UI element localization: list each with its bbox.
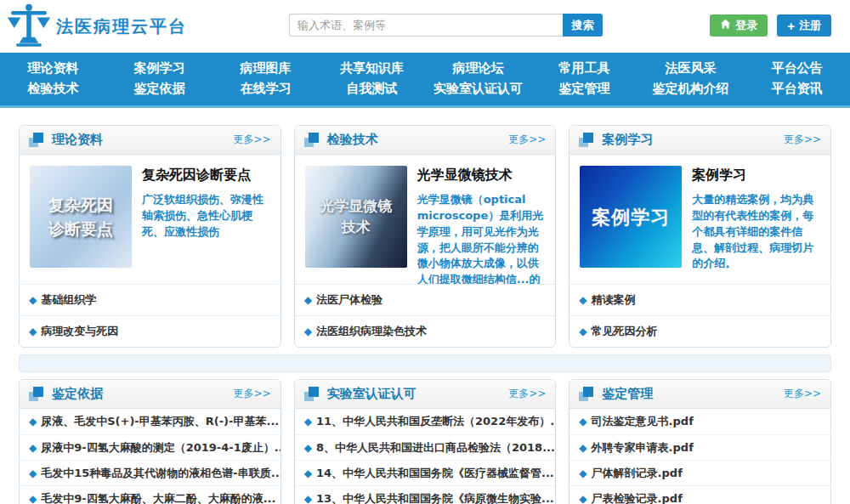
nav-item-exam-tech[interactable]: 检验技术 (0, 79, 106, 99)
home-icon (720, 19, 731, 32)
nav-item-theory[interactable]: 理论资料 (0, 59, 106, 78)
brand[interactable]: 法医病理云平台 (7, 3, 187, 49)
overlapping-squares-icon (304, 133, 320, 148)
more-link[interactable]: 更多>> (508, 387, 546, 401)
nav-item-tools[interactable]: 常用工具 (531, 59, 638, 78)
list-item[interactable]: ◆ 精读案例 (570, 284, 830, 315)
diamond-bullet-icon: ◆ (304, 493, 312, 504)
card-header: 理论资料 更多>> (20, 126, 280, 155)
register-label: 注册 (799, 18, 821, 33)
login-button[interactable]: 登录 (710, 14, 768, 37)
card-header: 检验技术 更多>> (295, 126, 556, 155)
featured-article[interactable]: 案例学习 案例学习 大量的精选案例，均为典型的有代表性的案例，每个都具有详细的案… (570, 155, 830, 284)
feature-text: 复杂死因诊断要点 广泛软组织损伤、弥漫性轴索损伤、急性心肌梗死、应激性损伤 (142, 166, 270, 284)
nav-item-platform-news[interactable]: 平台资讯 (744, 79, 850, 99)
nav-item-shared-knowledge[interactable]: 共享知识库 (319, 59, 425, 78)
nav-item-case-study[interactable]: 案例学习 (106, 59, 212, 78)
feature-description: 广泛软组织损伤、弥漫性轴索损伤、急性心肌梗死、应激性损伤 (142, 192, 270, 241)
more-link[interactable]: 更多>> (508, 133, 546, 147)
card-title: 理论资料 (52, 132, 103, 148)
list-item[interactable]: ◆ 法医组织病理染色技术 (295, 315, 556, 347)
diamond-bullet-icon: ◆ (304, 442, 312, 454)
list-item[interactable]: ◆ 常见死因分析 (570, 315, 830, 347)
list-item[interactable]: ◆ 11、中华人民共和国反垄断法（2022年发布）... (295, 409, 556, 434)
nav-item-forum[interactable]: 病理论坛 (425, 59, 531, 78)
card-appraisal-mgmt: 鉴定管理 更多>> ◆ 司法鉴定意见书.pdf ◆ 外聘专家申请表.pdf ◆ … (569, 379, 831, 504)
feature-heading[interactable]: 光学显微镜技术 (417, 167, 546, 184)
register-button[interactable]: + 注册 (777, 14, 831, 37)
nav-item-appraisal-mgmt[interactable]: 鉴定管理 (531, 79, 638, 99)
overlapping-squares-icon (579, 387, 594, 402)
featured-article[interactable]: 复杂死因 诊断要点 复杂死因诊断要点 广泛软组织损伤、弥漫性轴索损伤、急性心肌梗… (20, 155, 280, 284)
search-button[interactable]: 搜索 (563, 14, 603, 37)
list-item[interactable]: ◆ 14、中华人民共和国国务院《医疗器械监督管... (295, 460, 556, 485)
feature-heading[interactable]: 复杂死因诊断要点 (142, 167, 270, 184)
nav-item-announcements[interactable]: 平台公告 (744, 59, 850, 78)
card-exam-tech: 检验技术 更多>> 光学显微镜 技术 光学显微镜技术 光学显微镜（optical… (294, 125, 557, 348)
diamond-bullet-icon: ◆ (579, 416, 586, 428)
nav-item-appraisal-basis[interactable]: 鉴定依据 (106, 79, 212, 99)
card-case-study: 案例学习 更多>> 案例学习 案例学习 大量的精选案例，均为典型的有代表性的案例… (569, 125, 831, 348)
scales-of-justice-icon (7, 3, 51, 49)
nav-item-pathology-gallery[interactable]: 病理图库 (212, 59, 319, 78)
card-header: 鉴定管理 更多>> (570, 380, 830, 409)
diamond-bullet-icon: ◆ (304, 294, 312, 306)
list-item[interactable]: ◆ 尿液中9-四氢大麻酸的测定（2019-4-1废止）... (20, 434, 280, 460)
main-nav: 理论资料 案例学习 病理图库 共享知识库 病理论坛 常用工具 法医风采 平台公告… (0, 53, 850, 108)
card-header: 鉴定依据 更多>> (20, 380, 280, 409)
feature-heading[interactable]: 案例学习 (692, 167, 820, 184)
list-item[interactable]: ◆ 尸表检验记录.pdf (570, 485, 830, 504)
card-lab-accreditation: 实验室认证认可 更多>> ◆ 11、中华人民共和国反垄断法（2022年发布）..… (294, 379, 557, 504)
search-input[interactable] (289, 14, 563, 37)
auth-buttons: 登录 + 注册 (710, 14, 831, 37)
more-link[interactable]: 更多>> (234, 133, 271, 147)
card-header: 案例学习 更多>> (570, 126, 830, 155)
diamond-bullet-icon: ◆ (579, 294, 586, 306)
nav-item-agency-intro[interactable]: 鉴定机构介绍 (638, 79, 744, 99)
list-item[interactable]: ◆ 尸体解剖记录.pdf (570, 460, 830, 485)
featured-article[interactable]: 光学显微镜 技术 光学显微镜技术 光学显微镜（optical microscop… (295, 155, 556, 284)
feature-description: 大量的精选案例，均为典型的有代表性的案例，每个都具有详细的案件信息、解剖过程、病… (692, 192, 820, 272)
main-content: 理论资料 更多>> 复杂死因 诊断要点 复杂死因诊断要点 广泛软组织损伤、弥漫性… (0, 108, 850, 504)
card-title: 鉴定管理 (602, 386, 653, 402)
overlapping-squares-icon (304, 387, 320, 402)
diamond-bullet-icon: ◆ (304, 326, 312, 337)
list-item[interactable]: ◆ 司法鉴定意见书.pdf (570, 409, 830, 434)
list-item[interactable]: ◆ 毛发中9-四氢大麻酚、大麻二酚、大麻酚的液... (20, 485, 280, 504)
list-item[interactable]: ◆ 毛发中15种毒品及其代谢物的液相色谱-串联质... (20, 460, 280, 485)
list-item[interactable]: ◆ 病理改变与死因 (20, 315, 280, 347)
diamond-bullet-icon: ◆ (29, 442, 37, 454)
nav-item-self-test[interactable]: 自我测试 (319, 79, 425, 99)
list-item[interactable]: ◆ 8、中华人民共和国进出口商品检验法（2018... (295, 434, 556, 460)
more-link[interactable]: 更多>> (234, 387, 271, 401)
list-item[interactable]: ◆ 基础组织学 (20, 284, 280, 315)
card-header: 实验室认证认可 更多>> (295, 380, 556, 409)
card-theory: 理论资料 更多>> 复杂死因 诊断要点 复杂死因诊断要点 广泛软组织损伤、弥漫性… (19, 125, 281, 348)
feature-text: 案例学习 大量的精选案例，均为典型的有代表性的案例，每个都具有详细的案件信息、解… (692, 166, 820, 284)
diamond-bullet-icon: ◆ (29, 467, 37, 479)
list-item[interactable]: ◆ 法医尸体检验 (295, 284, 556, 315)
feature-image: 复杂死因 诊断要点 (30, 166, 132, 268)
list-item[interactable]: ◆ 13、中华人民共和国国务院《病原微生物实验... (295, 485, 556, 504)
section-divider (19, 354, 831, 372)
cards-row-1: 理论资料 更多>> 复杂死因 诊断要点 复杂死因诊断要点 广泛软组织损伤、弥漫性… (19, 125, 831, 348)
site-header: 法医病理云平台 搜索 登录 + 注册 (0, 0, 850, 53)
diamond-bullet-icon: ◆ (579, 442, 586, 454)
plus-icon: + (787, 20, 795, 32)
card-appraisal-basis: 鉴定依据 更多>> ◆ 尿液、毛发中S(+)-甲基苯丙胺、R(-)-甲基苯...… (19, 379, 281, 504)
nav-item-lab-accreditation[interactable]: 实验室认证认可 (425, 79, 531, 99)
feature-image: 光学显微镜 技术 (305, 166, 407, 268)
more-link[interactable]: 更多>> (784, 133, 821, 147)
card-title: 鉴定依据 (52, 386, 103, 402)
nav-item-forensic-style[interactable]: 法医风采 (638, 59, 744, 78)
nav-grid: 理论资料 案例学习 病理图库 共享知识库 病理论坛 常用工具 法医风采 平台公告… (0, 59, 850, 99)
more-link[interactable]: 更多>> (784, 387, 821, 401)
list-item[interactable]: ◆ 尿液、毛发中S(+)-甲基苯丙胺、R(-)-甲基苯... (20, 409, 280, 434)
card-title: 案例学习 (602, 132, 653, 148)
list-item[interactable]: ◆ 外聘专家申请表.pdf (570, 434, 830, 460)
nav-item-online-learning[interactable]: 在线学习 (212, 79, 319, 99)
diamond-bullet-icon: ◆ (304, 467, 312, 479)
login-label: 登录 (735, 18, 757, 33)
diamond-bullet-icon: ◆ (29, 294, 37, 306)
overlapping-squares-icon (579, 133, 594, 148)
